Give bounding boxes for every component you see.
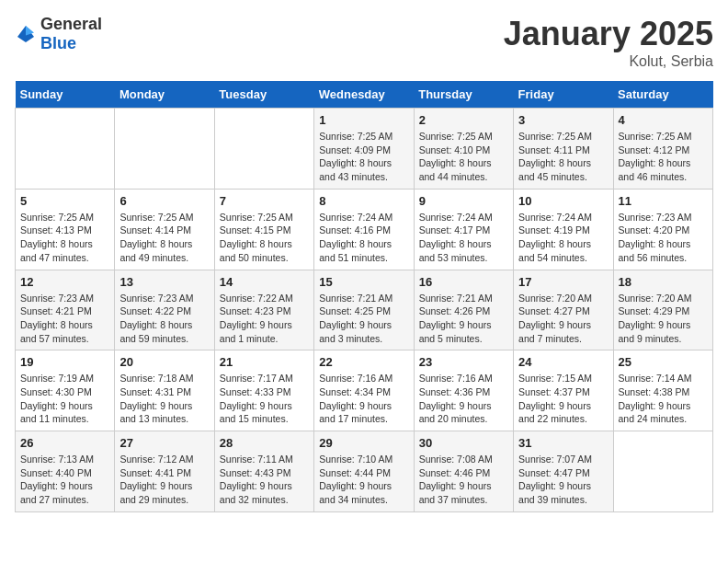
weekday-header-wednesday: Wednesday — [314, 81, 414, 109]
day-number: 14 — [220, 275, 309, 289]
day-info: Sunrise: 7:18 AM Sunset: 4:31 PM Dayligh… — [119, 372, 209, 426]
day-number: 28 — [220, 436, 309, 450]
calendar-cell: 26Sunrise: 7:13 AM Sunset: 4:40 PM Dayli… — [16, 431, 115, 512]
calendar-cell: 16Sunrise: 7:21 AM Sunset: 4:26 PM Dayli… — [414, 270, 513, 350]
weekday-header-friday: Friday — [514, 81, 613, 109]
day-number: 2 — [419, 113, 508, 127]
day-number: 15 — [319, 275, 408, 289]
calendar-cell: 8Sunrise: 7:24 AM Sunset: 4:16 PM Daylig… — [314, 189, 414, 270]
day-info: Sunrise: 7:16 AM Sunset: 4:34 PM Dayligh… — [319, 372, 408, 426]
calendar-cell: 9Sunrise: 7:24 AM Sunset: 4:17 PM Daylig… — [414, 189, 513, 270]
day-number: 25 — [619, 355, 708, 369]
day-info: Sunrise: 7:24 AM Sunset: 4:16 PM Dayligh… — [319, 211, 408, 265]
day-info: Sunrise: 7:08 AM Sunset: 4:46 PM Dayligh… — [419, 453, 508, 507]
day-number: 18 — [619, 275, 708, 289]
day-info: Sunrise: 7:25 AM Sunset: 4:09 PM Dayligh… — [319, 130, 408, 184]
calendar-week-4: 19Sunrise: 7:19 AM Sunset: 4:30 PM Dayli… — [16, 350, 713, 431]
calendar-cell: 4Sunrise: 7:25 AM Sunset: 4:12 PM Daylig… — [613, 109, 712, 190]
day-info: Sunrise: 7:16 AM Sunset: 4:36 PM Dayligh… — [419, 372, 508, 426]
calendar-cell: 28Sunrise: 7:11 AM Sunset: 4:43 PM Dayli… — [214, 431, 313, 512]
calendar-cell — [613, 431, 712, 512]
day-info: Sunrise: 7:20 AM Sunset: 4:29 PM Dayligh… — [619, 292, 708, 346]
day-number: 6 — [119, 194, 209, 208]
day-number: 19 — [20, 355, 109, 369]
calendar-week-3: 12Sunrise: 7:23 AM Sunset: 4:21 PM Dayli… — [16, 270, 713, 350]
calendar-cell: 5Sunrise: 7:25 AM Sunset: 4:13 PM Daylig… — [16, 189, 115, 270]
day-info: Sunrise: 7:25 AM Sunset: 4:13 PM Dayligh… — [20, 211, 109, 265]
calendar-week-1: 1Sunrise: 7:25 AM Sunset: 4:09 PM Daylig… — [16, 109, 713, 190]
day-info: Sunrise: 7:15 AM Sunset: 4:37 PM Dayligh… — [518, 372, 608, 426]
calendar-cell: 15Sunrise: 7:21 AM Sunset: 4:25 PM Dayli… — [314, 270, 414, 350]
day-info: Sunrise: 7:24 AM Sunset: 4:17 PM Dayligh… — [419, 211, 508, 265]
logo-general: General — [40, 15, 102, 33]
calendar-cell: 25Sunrise: 7:14 AM Sunset: 4:38 PM Dayli… — [613, 350, 712, 431]
day-info: Sunrise: 7:22 AM Sunset: 4:23 PM Dayligh… — [220, 292, 309, 346]
calendar-cell — [214, 109, 313, 190]
day-info: Sunrise: 7:21 AM Sunset: 4:26 PM Dayligh… — [419, 292, 508, 346]
day-info: Sunrise: 7:21 AM Sunset: 4:25 PM Dayligh… — [319, 292, 408, 346]
day-number: 29 — [319, 436, 408, 450]
weekday-header-thursday: Thursday — [414, 81, 513, 109]
calendar-body: 1Sunrise: 7:25 AM Sunset: 4:09 PM Daylig… — [16, 109, 713, 512]
day-number: 10 — [518, 194, 608, 208]
day-number: 16 — [419, 275, 508, 289]
day-number: 21 — [220, 355, 309, 369]
weekday-header-saturday: Saturday — [613, 81, 712, 109]
calendar-cell: 27Sunrise: 7:12 AM Sunset: 4:41 PM Dayli… — [115, 431, 214, 512]
calendar-cell: 1Sunrise: 7:25 AM Sunset: 4:09 PM Daylig… — [314, 109, 414, 190]
weekday-header-tuesday: Tuesday — [214, 81, 313, 109]
day-number: 8 — [319, 194, 408, 208]
day-number: 30 — [419, 436, 508, 450]
day-number: 27 — [119, 436, 209, 450]
calendar-week-2: 5Sunrise: 7:25 AM Sunset: 4:13 PM Daylig… — [16, 189, 713, 270]
day-info: Sunrise: 7:11 AM Sunset: 4:43 PM Dayligh… — [220, 453, 309, 507]
calendar-cell: 19Sunrise: 7:19 AM Sunset: 4:30 PM Dayli… — [16, 350, 115, 431]
day-info: Sunrise: 7:10 AM Sunset: 4:44 PM Dayligh… — [319, 453, 408, 507]
day-info: Sunrise: 7:20 AM Sunset: 4:27 PM Dayligh… — [518, 292, 608, 346]
day-info: Sunrise: 7:23 AM Sunset: 4:21 PM Dayligh… — [20, 292, 109, 346]
calendar-cell: 24Sunrise: 7:15 AM Sunset: 4:37 PM Dayli… — [514, 350, 613, 431]
calendar-cell: 20Sunrise: 7:18 AM Sunset: 4:31 PM Dayli… — [115, 350, 214, 431]
day-number: 4 — [619, 113, 708, 127]
day-number: 24 — [518, 355, 608, 369]
title-area: January 2025 Kolut, Serbia — [504, 15, 713, 70]
svg-marker-1 — [26, 26, 34, 36]
day-number: 17 — [518, 275, 608, 289]
day-number: 1 — [319, 113, 408, 127]
day-info: Sunrise: 7:25 AM Sunset: 4:11 PM Dayligh… — [518, 130, 608, 184]
day-info: Sunrise: 7:25 AM Sunset: 4:12 PM Dayligh… — [619, 130, 708, 184]
day-info: Sunrise: 7:17 AM Sunset: 4:33 PM Dayligh… — [220, 372, 309, 426]
calendar-cell — [16, 109, 115, 190]
calendar-cell: 30Sunrise: 7:08 AM Sunset: 4:46 PM Dayli… — [414, 431, 513, 512]
calendar-cell: 14Sunrise: 7:22 AM Sunset: 4:23 PM Dayli… — [214, 270, 313, 350]
day-info: Sunrise: 7:25 AM Sunset: 4:14 PM Dayligh… — [119, 211, 209, 265]
calendar-cell — [115, 109, 214, 190]
day-info: Sunrise: 7:19 AM Sunset: 4:30 PM Dayligh… — [20, 372, 109, 426]
calendar-table: SundayMondayTuesdayWednesdayThursdayFrid… — [15, 81, 713, 512]
calendar-week-5: 26Sunrise: 7:13 AM Sunset: 4:40 PM Dayli… — [16, 431, 713, 512]
calendar-cell: 2Sunrise: 7:25 AM Sunset: 4:10 PM Daylig… — [414, 109, 513, 190]
calendar-cell: 17Sunrise: 7:20 AM Sunset: 4:27 PM Dayli… — [514, 270, 613, 350]
day-number: 12 — [20, 275, 109, 289]
day-number: 3 — [518, 113, 608, 127]
sub-title: Kolut, Serbia — [504, 53, 713, 70]
logo: General Blue — [15, 15, 102, 53]
logo-icon — [15, 23, 37, 45]
day-number: 20 — [119, 355, 209, 369]
calendar-cell: 12Sunrise: 7:23 AM Sunset: 4:21 PM Dayli… — [16, 270, 115, 350]
day-number: 5 — [20, 194, 109, 208]
day-info: Sunrise: 7:23 AM Sunset: 4:20 PM Dayligh… — [619, 211, 708, 265]
weekday-header-row: SundayMondayTuesdayWednesdayThursdayFrid… — [16, 81, 713, 109]
day-number: 7 — [220, 194, 309, 208]
day-number: 9 — [419, 194, 508, 208]
day-info: Sunrise: 7:24 AM Sunset: 4:19 PM Dayligh… — [518, 211, 608, 265]
page-header: General Blue January 2025 Kolut, Serbia — [15, 15, 713, 70]
day-info: Sunrise: 7:25 AM Sunset: 4:10 PM Dayligh… — [419, 130, 508, 184]
day-info: Sunrise: 7:07 AM Sunset: 4:47 PM Dayligh… — [518, 453, 608, 507]
calendar-cell: 13Sunrise: 7:23 AM Sunset: 4:22 PM Dayli… — [115, 270, 214, 350]
day-number: 22 — [319, 355, 408, 369]
calendar-cell: 3Sunrise: 7:25 AM Sunset: 4:11 PM Daylig… — [514, 109, 613, 190]
day-number: 31 — [518, 436, 608, 450]
calendar-cell: 18Sunrise: 7:20 AM Sunset: 4:29 PM Dayli… — [613, 270, 712, 350]
day-info: Sunrise: 7:23 AM Sunset: 4:22 PM Dayligh… — [119, 292, 209, 346]
